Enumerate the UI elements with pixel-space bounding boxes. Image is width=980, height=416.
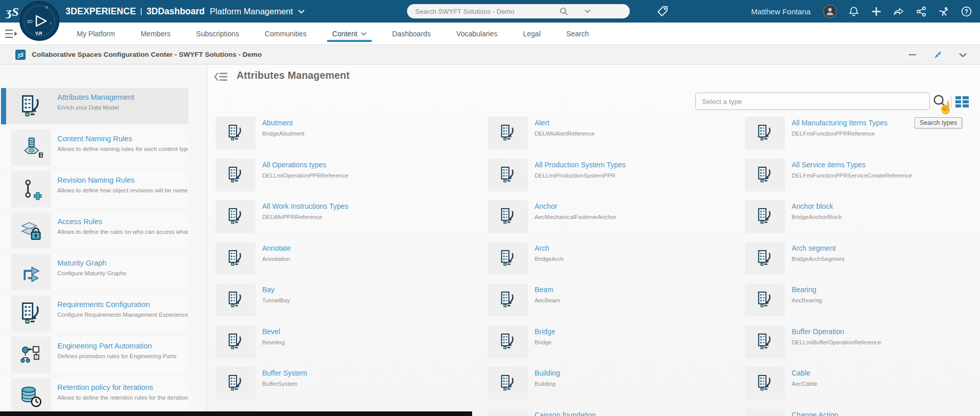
tab-my-platform[interactable]: My Platform	[76, 23, 116, 45]
sidebar-item-title[interactable]: Content Naming Rules	[57, 135, 188, 143]
type-icon-tile[interactable]	[745, 283, 785, 316]
type-name-link[interactable]: Cable	[792, 369, 811, 377]
type-icon-tile[interactable]	[216, 325, 255, 358]
tab-subscriptions[interactable]: Subscriptions	[195, 23, 240, 45]
type-icon-tile[interactable]	[216, 117, 255, 149]
tab-vocabularies[interactable]: Vocabularies	[455, 23, 498, 45]
type-icon-tile[interactable]	[488, 283, 528, 316]
user-name[interactable]: Matthew Fontana	[751, 7, 811, 16]
tab-content[interactable]: Content	[331, 23, 368, 45]
type-name-link[interactable]: Anchor	[535, 202, 557, 210]
avatar[interactable]	[823, 5, 837, 18]
type-icon-tile[interactable]	[216, 283, 255, 316]
type-icon-tile[interactable]	[745, 159, 785, 191]
type-name-link[interactable]: Arch	[535, 244, 549, 252]
sidebar-item-title[interactable]: Engineering Part Automation	[57, 342, 177, 350]
expand-menu-icon[interactable]	[4, 29, 18, 39]
type-name-link[interactable]: Arch segment	[792, 244, 836, 252]
type-name-link[interactable]: All Work Instructions Types	[262, 202, 348, 210]
notifications-bell-icon[interactable]	[848, 6, 859, 17]
share-forward-icon[interactable]	[893, 6, 904, 17]
search-options-chevron-icon[interactable]	[585, 9, 590, 13]
select-type-input[interactable]	[695, 93, 930, 110]
minimize-icon[interactable]	[908, 50, 917, 59]
tab-legal[interactable]: Legal	[522, 23, 542, 45]
help-icon[interactable]	[961, 6, 972, 17]
type-name-link[interactable]: Building	[535, 369, 560, 377]
type-icon-tile[interactable]	[216, 200, 255, 233]
sidebar-item-access-rules[interactable]: Access Rules Allows to define the rules …	[1, 212, 188, 249]
type-name-link[interactable]: Bearing	[792, 286, 816, 294]
type-icon-tile[interactable]	[745, 409, 785, 416]
grid-view-icon[interactable]	[955, 96, 969, 107]
share-nodes-icon[interactable]	[916, 6, 927, 17]
type-name-link[interactable]: All Service items Types	[792, 161, 865, 169]
type-icon-tile[interactable]	[745, 200, 785, 233]
type-icon-tile[interactable]	[488, 242, 528, 275]
sidebar-item-title[interactable]: Retention policy for iterations	[57, 383, 188, 391]
sidebar-item-requirements-configuration[interactable]: Requirements Configuration Configure Req…	[1, 295, 188, 332]
type-name-link[interactable]: Buffer System	[262, 369, 307, 377]
type-icon-tile[interactable]	[488, 409, 528, 416]
attributes-type-icon	[499, 333, 517, 351]
sidebar-item-maturity-graph[interactable]: Maturity Graph Configure Maturity Graphs	[1, 254, 188, 290]
type-name-link[interactable]: Anchor block	[792, 202, 833, 210]
sidebar-item-title[interactable]: Revision Naming Rules	[57, 176, 188, 184]
type-name-link[interactable]: Bay	[262, 286, 274, 294]
tab-communities[interactable]: Communities	[264, 23, 308, 45]
type-icon-tile[interactable]	[488, 159, 528, 191]
type-icon-tile[interactable]	[488, 367, 528, 400]
type-icon-tile[interactable]	[488, 200, 528, 233]
sidebar-icon-tile	[11, 337, 51, 373]
collapse-panel-icon[interactable]	[214, 71, 228, 83]
tab-members[interactable]: Members	[140, 23, 172, 45]
tag-icon[interactable]	[657, 6, 668, 17]
3dexperience-people-icon[interactable]	[939, 6, 949, 17]
type-name-link[interactable]: Caisson foundation	[535, 411, 596, 416]
type-name-link[interactable]: Bevel	[262, 327, 280, 336]
type-icon-tile[interactable]	[488, 117, 528, 149]
restore-size-icon[interactable]	[933, 50, 943, 59]
type-icon-tile[interactable]	[745, 117, 785, 149]
type-item-beam: Beam AecBeam	[488, 280, 745, 322]
global-search-input[interactable]	[409, 8, 552, 15]
sidebar-item-content-naming-rules[interactable]: Content Naming Rules Allows to define na…	[1, 129, 188, 166]
type-icon-tile[interactable]	[745, 242, 785, 275]
sidebar-item-retention-policy-for-iterations[interactable]: Retention policy for iterations Allows t…	[1, 378, 188, 414]
platform-nav-bar: My PlatformMembersSubscriptionsCommuniti…	[0, 23, 980, 45]
type-internal-name: DELLmiBufferOperationReference	[792, 339, 881, 345]
type-name-link[interactable]: Annotate	[262, 244, 291, 252]
type-name-link[interactable]: Change Action	[792, 411, 838, 416]
add-plus-icon[interactable]	[871, 6, 882, 17]
tab-dashboards[interactable]: Dashboards	[391, 23, 432, 45]
sidebar-item-title[interactable]: Access Rules	[57, 217, 188, 226]
widget-header-bar: ʒS Collaborative Spaces Configuration Ce…	[0, 45, 980, 64]
widget-menu-chevron-icon[interactable]	[959, 52, 967, 58]
sidebar-item-title[interactable]: Requirements Configuration	[57, 300, 188, 309]
type-icon-tile[interactable]	[745, 367, 785, 400]
type-icon-tile[interactable]	[216, 367, 255, 400]
sidebar-item-attributes-management[interactable]: Attributes Management Enrich your Data M…	[1, 88, 188, 124]
type-icon-tile[interactable]	[488, 325, 528, 358]
mouse-cursor: ☝	[938, 100, 953, 115]
type-icon-tile[interactable]	[216, 242, 255, 275]
type-name-link[interactable]: Buffer Operation	[792, 327, 844, 336]
type-name-link[interactable]: Bridge	[535, 327, 555, 336]
sidebar-item-title[interactable]: Maturity Graph	[57, 259, 126, 267]
type-icon-tile[interactable]	[745, 325, 785, 358]
search-icon[interactable]	[560, 7, 568, 16]
type-name-link[interactable]: All Operations types	[262, 161, 326, 169]
global-search-bar[interactable]	[407, 4, 630, 18]
type-name-link[interactable]: Alert	[535, 119, 549, 127]
type-name-link[interactable]: All Manufacturing Items Types	[792, 119, 887, 127]
type-icon-tile[interactable]	[216, 159, 255, 191]
3dexperience-compass-logo[interactable]: 3D V,R Y i	[19, 1, 59, 41]
sidebar-item-revision-naming-rules[interactable]: Revision Naming Rules Allows to define h…	[1, 171, 188, 207]
type-name-link[interactable]: All Production System Types	[535, 161, 626, 169]
type-name-link[interactable]: Beam	[535, 286, 553, 294]
brand-chevron-down-icon[interactable]	[298, 9, 305, 14]
sidebar-item-title[interactable]: Attributes Management	[57, 93, 134, 101]
sidebar-item-engineering-part-automation[interactable]: Engineering Part Automation Defines prom…	[1, 337, 188, 373]
type-name-link[interactable]: Abutment	[262, 119, 293, 127]
tab-search[interactable]: Search	[565, 23, 590, 45]
